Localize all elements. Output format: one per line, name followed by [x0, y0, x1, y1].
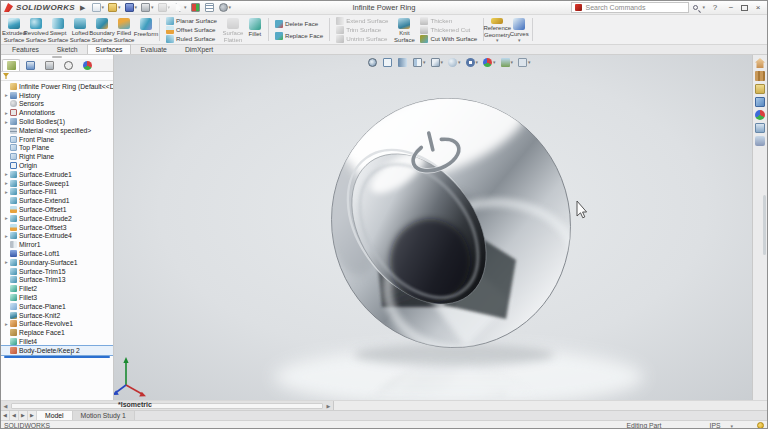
quick-access-button[interactable]: ▾ [91, 2, 106, 13]
command-tab[interactable]: Features [3, 44, 48, 54]
ribbon-large-button[interactable]: Swept Surface [47, 16, 69, 43]
tree-item[interactable]: Surface-Offset1 [1, 205, 113, 214]
quick-access-button[interactable] [204, 2, 216, 13]
custom-properties-tag-icon[interactable] [757, 422, 764, 429]
tree-item[interactable]: ▸ Surface-Revolve1 [1, 320, 113, 329]
ribbon-large-button[interactable]: Boundary Surface [91, 16, 113, 43]
quick-access-button[interactable]: ▾ [173, 2, 188, 13]
appearances-scenes-icon[interactable] [755, 110, 765, 120]
scrollbar-thumb[interactable] [11, 403, 323, 409]
quick-access-button[interactable]: ▾ [124, 2, 139, 13]
tree-filter-row[interactable] [1, 72, 113, 81]
expand-arrow-icon[interactable]: ▸ [3, 171, 10, 177]
ribbon-small-button[interactable]: Thicken [418, 16, 479, 25]
solidworks-resources-icon[interactable] [755, 58, 765, 68]
ribbon-large-button[interactable]: Fillet [244, 16, 266, 43]
feature-manager-tab[interactable] [59, 59, 77, 71]
ribbon-large-button[interactable]: Filled Surface [113, 16, 135, 43]
view-palette-icon[interactable] [755, 97, 765, 107]
solidworks-forum-icon[interactable] [755, 136, 765, 146]
feature-manager-tab[interactable] [40, 59, 58, 71]
quick-access-button[interactable] [190, 2, 202, 13]
ribbon-small-button[interactable]: Replace Face [273, 31, 325, 40]
expand-arrow-icon[interactable]: ▸ [3, 92, 10, 98]
tree-item[interactable]: Body-Delete/Keep 2 [1, 346, 113, 355]
expand-arrow-icon[interactable]: ▸ [3, 110, 10, 116]
tree-item[interactable]: Surface-Trim15 [1, 267, 113, 276]
ribbon-large-button[interactable]: Lofted Surface [69, 16, 91, 43]
tree-item[interactable]: Front Plane [1, 135, 113, 144]
tab-nav-button[interactable]: ◀ [10, 411, 19, 420]
hud-button[interactable] [382, 57, 394, 68]
tree-item[interactable]: Mirror1 [1, 240, 113, 249]
tree-item[interactable]: Material <not specified> [1, 126, 113, 135]
hud-button[interactable]: ▾ [430, 57, 445, 68]
tree-item[interactable]: Right Plane [1, 152, 113, 161]
search-commands-input[interactable]: Search Commands [585, 4, 685, 11]
hud-button[interactable]: ▾ [412, 57, 427, 68]
expand-arrow-icon[interactable]: ▸ [3, 215, 10, 221]
tree-item[interactable]: ▸ Surface-Extrude2 [1, 214, 113, 223]
hud-button[interactable]: ▾ [517, 57, 532, 68]
tree-item[interactable]: ▸ History [1, 91, 113, 100]
scroll-left-icon[interactable]: ◀ [1, 403, 10, 409]
tree-item[interactable]: Sensors [1, 100, 113, 109]
ribbon-large-button[interactable]: Extruded Surface [3, 16, 25, 43]
ribbon-small-button[interactable]: Thickened Cut [418, 25, 479, 34]
ribbon-small-button[interactable]: Delete Face [273, 19, 325, 28]
expand-arrow-icon[interactable]: ▸ [3, 259, 10, 265]
feature-manager-tab[interactable] [21, 59, 39, 71]
tab-nav-button[interactable]: ◀ [1, 411, 10, 420]
ribbon-small-button[interactable]: Extend Surface [334, 16, 390, 25]
tree-item[interactable]: Replace Face1 [1, 328, 113, 337]
tree-item[interactable]: ▸ Surface-Fill1 [1, 188, 113, 197]
feature-manager-tab[interactable] [78, 59, 96, 71]
expand-arrow-icon[interactable]: ▸ [3, 233, 10, 239]
ribbon-small-button[interactable]: Offset Surface [164, 25, 219, 34]
tree-item[interactable]: Fillet3 [1, 293, 113, 302]
ribbon-small-button[interactable]: Ruled Surface [164, 34, 219, 43]
tree-item[interactable]: Surface-Offset3 [1, 223, 113, 232]
command-tab[interactable]: Sketch [48, 44, 87, 54]
expand-arrow-icon[interactable]: ▸ [3, 119, 10, 125]
tree-item[interactable]: Surface-Loft1 [1, 249, 113, 258]
restore-button[interactable] [741, 5, 748, 11]
tree-item[interactable]: Surface-Knit2 [1, 311, 113, 320]
file-explorer-icon[interactable] [755, 84, 765, 94]
hud-button[interactable]: ▾ [447, 57, 462, 68]
search-icon[interactable] [693, 5, 698, 10]
tree-item[interactable]: Fillet4 [1, 337, 113, 346]
tree-item[interactable]: Surface-Plane1 [1, 302, 113, 311]
tab-nav-button[interactable]: ▶ [19, 411, 28, 420]
hud-button[interactable]: ▾ [465, 57, 480, 68]
hud-button[interactable]: ▾ [482, 57, 497, 68]
tree-item[interactable]: Surface-Extend1 [1, 196, 113, 205]
scroll-right-icon[interactable]: ▶ [324, 403, 333, 409]
document-tab[interactable]: Motion Study 1 [73, 411, 135, 420]
hud-button[interactable]: ▾ [500, 57, 515, 68]
units-caret-icon[interactable]: ▾ [730, 423, 733, 429]
custom-properties-icon[interactable] [755, 123, 765, 133]
design-library-icon[interactable] [755, 71, 765, 81]
tree-item[interactable]: Top Plane [1, 144, 113, 153]
ribbon-large-button[interactable]: Surface Flatten [222, 16, 244, 43]
horizontal-scrollbar[interactable]: ◀ ▶ [1, 401, 334, 410]
feature-manager-tab[interactable] [2, 59, 20, 71]
tree-item[interactable]: Origin [1, 161, 113, 170]
ribbon-large-button[interactable]: Revolved Surface [25, 16, 47, 43]
tree-item[interactable]: Surface-Trim13 [1, 276, 113, 285]
ribbon-large-button[interactable]: Curves ▾ [508, 16, 530, 43]
ribbon-small-button[interactable]: Untrim Surface [334, 34, 390, 43]
quick-access-button[interactable]: ▾ [218, 2, 233, 13]
units-label[interactable]: IPS [710, 422, 721, 429]
quick-access-button[interactable]: ▾ [107, 2, 122, 13]
hud-button[interactable] [367, 57, 379, 68]
tab-nav-button[interactable]: ▶ [28, 411, 37, 420]
graphics-viewport[interactable]: ▾ ▾ ▾ ▾ [114, 55, 752, 400]
tree-item[interactable]: Fillet2 [1, 284, 113, 293]
minimize-button[interactable]: − [725, 3, 737, 13]
ribbon-large-button[interactable]: Reference Geometry ▾ [486, 16, 508, 43]
help-button[interactable]: ? [709, 3, 721, 13]
quick-access-button[interactable]: ▾ [157, 2, 172, 13]
ribbon-large-button[interactable]: Knit Surface [393, 16, 415, 43]
